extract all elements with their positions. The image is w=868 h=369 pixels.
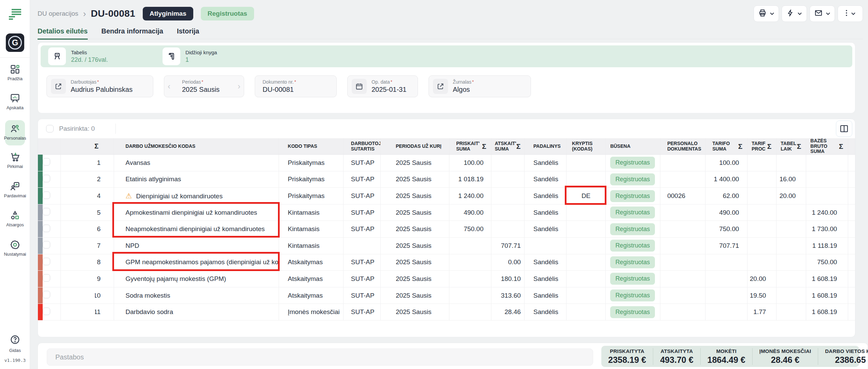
row-rate-sum: 490.00 [705, 204, 747, 221]
row-checkbox[interactable] [43, 258, 50, 265]
row-number: 6 [95, 225, 101, 233]
breadcrumb[interactable]: DU operacijos [38, 10, 78, 17]
col-header-atskait-suma[interactable]: ATSKAIT' SUMAΣ [491, 138, 524, 155]
sidebar-item-pirkimai[interactable]: Pirkimai [0, 152, 30, 169]
sum-icon[interactable]: Σ [516, 142, 524, 151]
col-header-bazes-bruto[interactable]: BAZĖS BRUTO SUMAΣ [806, 138, 848, 155]
app-logo[interactable]: G [6, 33, 24, 52]
email-button[interactable] [810, 5, 835, 22]
op-data-field[interactable]: Op. data* 2025-01-31 [347, 75, 418, 97]
people-icon [0, 124, 30, 134]
row-color-bar [38, 155, 43, 171]
row-color-bar [38, 237, 43, 254]
row-checkbox[interactable] [43, 274, 50, 282]
row-rate-percent [747, 171, 776, 188]
col-header-tabel-laik[interactable]: TABEL LAIKΣ [776, 138, 806, 155]
row-name-cell: Sodra mokestis [114, 287, 279, 304]
info-value: 22d. / 176val. [71, 56, 108, 63]
col-header-sutartis[interactable]: DARBUOTOJO SUTARTIS [343, 138, 380, 155]
row-accrued-sum [449, 254, 491, 271]
menu-hamburger-icon[interactable] [8, 8, 23, 21]
row-checkbox[interactable] [43, 175, 50, 182]
sidebar-item-nustatymai[interactable]: Nustatymai [0, 240, 30, 257]
row-checkbox[interactable] [43, 241, 50, 249]
col-header-tarif-proc[interactable]: TARIF PROCΣ [747, 138, 776, 155]
sidebar-item-personalas[interactable]: Personalas [0, 124, 30, 141]
help-icon[interactable] [10, 340, 20, 346]
row-checkbox[interactable] [43, 191, 50, 199]
row-status-badge: Registruotas [610, 207, 655, 218]
table-row: 6Neapmokestinami dienpinigiai už komandi… [38, 221, 855, 238]
row-department: Sandėlis [524, 271, 566, 287]
row-hr-document [660, 287, 705, 304]
col-header-padalinys[interactable]: PADALINYS [524, 138, 566, 155]
select-all-checkbox[interactable] [46, 125, 54, 132]
row-period: 2025 Sausis [380, 271, 449, 287]
row-checkbox[interactable] [43, 225, 50, 232]
required-asterisk: * [472, 79, 474, 84]
more-options-button[interactable] [838, 5, 863, 22]
row-checkbox[interactable] [43, 208, 50, 215]
table-row: 7NPDKintamasis2025 Sausis707.71Registruo… [38, 237, 855, 254]
col-header-kodo-tipas[interactable]: KODO TIPAS [279, 138, 343, 155]
printer-icon [758, 9, 767, 18]
dokumento-nr-field[interactable]: Dokumento nr.* DU-00081 [255, 75, 337, 97]
sum-icon[interactable]: Σ [767, 142, 776, 151]
row-deducted-sum [491, 204, 524, 221]
col-header-periodas[interactable]: PERIODAS UŽ KURĮ [380, 138, 449, 155]
row-rate-percent [747, 155, 776, 171]
help-label[interactable]: Gidas [0, 348, 30, 353]
periodas-field[interactable]: ‹ Periodas* 2025 Sausis › [164, 75, 244, 97]
required-asterisk: * [294, 79, 296, 84]
row-color-bar [38, 254, 43, 271]
darbuotojas-field[interactable]: Darbuotojas* Audrius Palubinskas [46, 75, 153, 97]
sidebar-item-pradzia[interactable]: Pradžia [0, 64, 30, 81]
row-number: 5 [95, 209, 101, 216]
col-header-tarifo-suma[interactable]: TARIFO SUMAΣ [705, 138, 747, 155]
row-color-bar [38, 304, 43, 321]
external-link-icon[interactable] [51, 79, 66, 94]
col-header-busena[interactable]: BŪSENA [606, 138, 660, 155]
row-checkbox[interactable] [43, 291, 50, 298]
sum-icon[interactable]: Σ [839, 142, 848, 151]
page-title: DU-00081 [91, 8, 135, 19]
notes-input[interactable] [47, 349, 593, 366]
calendar-icon[interactable] [352, 79, 367, 94]
table-row: 5Apmokestinami dienpinigiai už komandiru… [38, 204, 855, 221]
tab-detalios-eilutes[interactable]: Detalios eilutės [38, 27, 88, 40]
col-header-priskait-suma[interactable]: PRISKAIT' SUMAΣ [449, 138, 491, 155]
sum-icon[interactable]: Σ [797, 142, 806, 151]
tab-istorija[interactable]: Istorija [177, 27, 199, 39]
print-button[interactable] [754, 5, 779, 22]
col-header-personalo-dok[interactable]: PERSONALO DOKUMENTAS [660, 138, 705, 155]
col-header-kodas[interactable]: DARBO UŽMOKESČIO KODAS [114, 138, 279, 155]
info-item-tabelis[interactable]: Tabelis 22d. / 176val. [48, 47, 108, 65]
external-link-icon[interactable] [433, 79, 448, 94]
summary-atskaityta: ATSKAITYTA 493.70 € [653, 348, 700, 365]
next-period-chevron-icon[interactable]: › [236, 82, 242, 91]
sum-icon[interactable]: Σ [482, 142, 491, 151]
tab-bendra-informacija[interactable]: Bendra informacija [101, 27, 163, 39]
column-settings-button[interactable] [836, 120, 852, 137]
row-deducted-sum: 707.71 [491, 237, 524, 254]
row-base-gross-sum: 1 608.19 [806, 271, 848, 287]
table-toolbar: Pasirinkta: 0 [38, 119, 855, 138]
row-period: 2025 Sausis [380, 304, 449, 321]
sidebar-item-atsargos[interactable]: Atsargos [0, 210, 30, 227]
row-contract: SUT-AP [343, 254, 380, 271]
info-item-didzioji-knyga[interactable]: Didžioji knyga 1 [163, 47, 217, 65]
sum-icon[interactable]: Σ [60, 138, 114, 155]
zurnalas-field[interactable]: Žurnalas* Algos [429, 75, 531, 97]
sidebar-item-apskaita[interactable]: Apskaita [0, 93, 30, 110]
field-value: DU-00081 [263, 86, 296, 94]
sidebar-item-pardavimai[interactable]: Pardavimai [0, 181, 30, 198]
sum-icon[interactable]: Σ [738, 142, 747, 151]
row-checkbox[interactable] [43, 308, 50, 315]
actions-button[interactable] [782, 5, 807, 22]
previous-period-chevron-icon[interactable]: ‹ [166, 82, 172, 91]
row-contract: SUT-AP [343, 271, 380, 287]
row-direction-code [566, 287, 606, 304]
row-checkbox[interactable] [43, 158, 50, 166]
col-header-kryptis[interactable]: KRYPTIS (KODAS) [566, 138, 606, 155]
row-accrued-sum: 1 240.00 [449, 188, 491, 204]
